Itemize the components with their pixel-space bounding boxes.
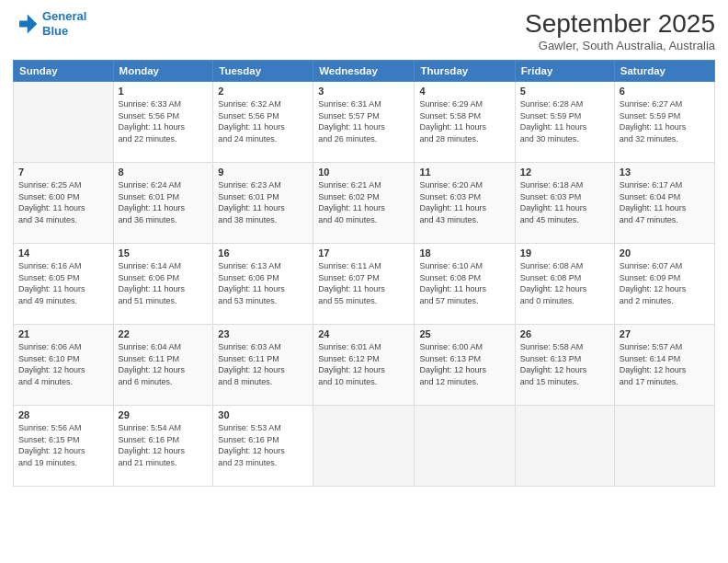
calendar-cell: 26Sunrise: 5:58 AM Sunset: 6:13 PM Dayli… — [515, 325, 614, 406]
calendar-cell: 22Sunrise: 6:04 AM Sunset: 6:11 PM Dayli… — [113, 325, 213, 406]
day-number: 27 — [620, 328, 710, 339]
calendar-cell: 18Sunrise: 6:10 AM Sunset: 6:08 PM Dayli… — [415, 244, 515, 325]
calendar-cell: 25Sunrise: 6:00 AM Sunset: 6:13 PM Dayli… — [415, 325, 515, 406]
calendar-header-sunday: Sunday — [14, 61, 114, 82]
calendar-cell — [14, 82, 114, 163]
calendar-cell: 13Sunrise: 6:17 AM Sunset: 6:04 PM Dayli… — [614, 163, 714, 244]
day-number: 2 — [218, 86, 308, 97]
day-number: 12 — [520, 167, 609, 178]
calendar-header-friday: Friday — [515, 61, 614, 82]
day-info: Sunrise: 6:24 AM Sunset: 6:01 PM Dayligh… — [119, 179, 209, 225]
calendar-cell: 27Sunrise: 5:57 AM Sunset: 6:14 PM Dayli… — [614, 325, 714, 406]
calendar-cell: 28Sunrise: 5:56 AM Sunset: 6:15 PM Dayli… — [14, 406, 114, 487]
day-info: Sunrise: 6:06 AM Sunset: 6:10 PM Dayligh… — [18, 341, 108, 387]
calendar-cell: 5Sunrise: 6:28 AM Sunset: 5:59 PM Daylig… — [515, 82, 614, 163]
calendar-cell — [313, 406, 415, 487]
day-info: Sunrise: 6:27 AM Sunset: 5:59 PM Dayligh… — [620, 98, 710, 144]
main-title: September 2025 — [525, 9, 715, 39]
calendar-cell: 21Sunrise: 6:06 AM Sunset: 6:10 PM Dayli… — [14, 325, 114, 406]
day-info: Sunrise: 6:11 AM Sunset: 6:07 PM Dayligh… — [318, 260, 409, 306]
subtitle: Gawler, South Australia, Australia — [525, 39, 715, 52]
calendar-cell: 14Sunrise: 6:16 AM Sunset: 6:05 PM Dayli… — [14, 244, 114, 325]
day-info: Sunrise: 6:32 AM Sunset: 5:56 PM Dayligh… — [218, 98, 308, 144]
day-info: Sunrise: 6:20 AM Sunset: 6:03 PM Dayligh… — [419, 179, 509, 225]
day-info: Sunrise: 6:17 AM Sunset: 6:04 PM Dayligh… — [620, 179, 710, 225]
day-info: Sunrise: 5:57 AM Sunset: 6:14 PM Dayligh… — [620, 341, 710, 387]
day-number: 20 — [620, 247, 710, 259]
calendar-week-row: 7Sunrise: 6:25 AM Sunset: 6:00 PM Daylig… — [14, 163, 715, 244]
day-number: 5 — [520, 86, 609, 97]
day-info: Sunrise: 5:54 AM Sunset: 6:16 PM Dayligh… — [119, 422, 209, 468]
day-number: 10 — [318, 167, 409, 178]
day-number: 15 — [119, 247, 209, 259]
day-info: Sunrise: 6:01 AM Sunset: 6:12 PM Dayligh… — [318, 341, 409, 387]
calendar-cell: 29Sunrise: 5:54 AM Sunset: 6:16 PM Dayli… — [113, 406, 213, 487]
day-info: Sunrise: 6:21 AM Sunset: 6:02 PM Dayligh… — [318, 179, 409, 225]
calendar-header-thursday: Thursday — [415, 61, 515, 82]
day-number: 17 — [318, 247, 409, 259]
day-number: 3 — [318, 86, 409, 97]
calendar-cell — [415, 406, 515, 487]
calendar-header-wednesday: Wednesday — [313, 61, 415, 82]
day-info: Sunrise: 6:08 AM Sunset: 6:08 PM Dayligh… — [520, 260, 609, 306]
calendar-cell: 17Sunrise: 6:11 AM Sunset: 6:07 PM Dayli… — [313, 244, 415, 325]
header: General Blue September 2025 Gawler, Sout… — [13, 9, 715, 52]
calendar-cell: 2Sunrise: 6:32 AM Sunset: 5:56 PM Daylig… — [213, 82, 313, 163]
calendar-cell: 6Sunrise: 6:27 AM Sunset: 5:59 PM Daylig… — [614, 82, 714, 163]
calendar-cell: 4Sunrise: 6:29 AM Sunset: 5:58 PM Daylig… — [415, 82, 515, 163]
calendar-week-row: 14Sunrise: 6:16 AM Sunset: 6:05 PM Dayli… — [14, 244, 715, 325]
day-number: 23 — [218, 328, 308, 339]
day-info: Sunrise: 6:31 AM Sunset: 5:57 PM Dayligh… — [318, 98, 409, 144]
calendar-cell: 30Sunrise: 5:53 AM Sunset: 6:16 PM Dayli… — [213, 406, 313, 487]
day-number: 9 — [218, 167, 308, 178]
day-number: 24 — [318, 328, 409, 339]
calendar-cell: 23Sunrise: 6:03 AM Sunset: 6:11 PM Dayli… — [213, 325, 313, 406]
calendar-cell — [614, 406, 714, 487]
day-info: Sunrise: 6:04 AM Sunset: 6:11 PM Dayligh… — [119, 341, 209, 387]
calendar-cell: 8Sunrise: 6:24 AM Sunset: 6:01 PM Daylig… — [113, 163, 213, 244]
logo-line1: General — [42, 9, 86, 24]
calendar-cell: 7Sunrise: 6:25 AM Sunset: 6:00 PM Daylig… — [14, 163, 114, 244]
calendar-header-tuesday: Tuesday — [213, 61, 313, 82]
calendar-cell: 3Sunrise: 6:31 AM Sunset: 5:57 PM Daylig… — [313, 82, 415, 163]
day-info: Sunrise: 6:16 AM Sunset: 6:05 PM Dayligh… — [18, 260, 108, 306]
day-number: 14 — [18, 247, 108, 259]
day-info: Sunrise: 6:03 AM Sunset: 6:11 PM Dayligh… — [218, 341, 308, 387]
calendar-header-saturday: Saturday — [614, 61, 714, 82]
calendar-cell: 12Sunrise: 6:18 AM Sunset: 6:03 PM Dayli… — [515, 163, 614, 244]
calendar-cell: 1Sunrise: 6:33 AM Sunset: 5:56 PM Daylig… — [113, 82, 213, 163]
day-info: Sunrise: 5:53 AM Sunset: 6:16 PM Dayligh… — [218, 422, 308, 468]
day-number: 25 — [419, 328, 509, 339]
day-info: Sunrise: 6:13 AM Sunset: 6:06 PM Dayligh… — [218, 260, 308, 306]
day-info: Sunrise: 5:56 AM Sunset: 6:15 PM Dayligh… — [18, 422, 108, 468]
calendar-cell: 15Sunrise: 6:14 AM Sunset: 6:06 PM Dayli… — [113, 244, 213, 325]
calendar-table: SundayMondayTuesdayWednesdayThursdayFrid… — [13, 60, 715, 487]
day-number: 28 — [18, 409, 108, 420]
logo-icon — [13, 11, 39, 37]
calendar-week-row: 1Sunrise: 6:33 AM Sunset: 5:56 PM Daylig… — [14, 82, 715, 163]
logo: General Blue — [13, 9, 86, 38]
day-info: Sunrise: 6:10 AM Sunset: 6:08 PM Dayligh… — [419, 260, 509, 306]
calendar-cell — [515, 406, 614, 487]
calendar-week-row: 28Sunrise: 5:56 AM Sunset: 6:15 PM Dayli… — [14, 406, 715, 487]
day-info: Sunrise: 6:25 AM Sunset: 6:00 PM Dayligh… — [18, 179, 108, 225]
calendar-header-monday: Monday — [113, 61, 213, 82]
calendar-cell: 9Sunrise: 6:23 AM Sunset: 6:01 PM Daylig… — [213, 163, 313, 244]
calendar-cell: 11Sunrise: 6:20 AM Sunset: 6:03 PM Dayli… — [415, 163, 515, 244]
title-block: September 2025 Gawler, South Australia, … — [525, 9, 715, 52]
day-info: Sunrise: 5:58 AM Sunset: 6:13 PM Dayligh… — [520, 341, 609, 387]
day-number: 18 — [419, 247, 509, 259]
day-number: 13 — [620, 167, 710, 178]
day-number: 22 — [119, 328, 209, 339]
day-number: 21 — [18, 328, 108, 339]
day-info: Sunrise: 6:07 AM Sunset: 6:09 PM Dayligh… — [620, 260, 710, 306]
logo-text: General Blue — [42, 9, 86, 38]
calendar-week-row: 21Sunrise: 6:06 AM Sunset: 6:10 PM Dayli… — [14, 325, 715, 406]
day-number: 19 — [520, 247, 609, 259]
page: General Blue September 2025 Gawler, Sout… — [0, 0, 728, 563]
day-info: Sunrise: 6:18 AM Sunset: 6:03 PM Dayligh… — [520, 179, 609, 225]
calendar-cell: 20Sunrise: 6:07 AM Sunset: 6:09 PM Dayli… — [614, 244, 714, 325]
day-info: Sunrise: 6:33 AM Sunset: 5:56 PM Dayligh… — [119, 98, 209, 144]
day-number: 6 — [620, 86, 710, 97]
day-number: 26 — [520, 328, 609, 339]
